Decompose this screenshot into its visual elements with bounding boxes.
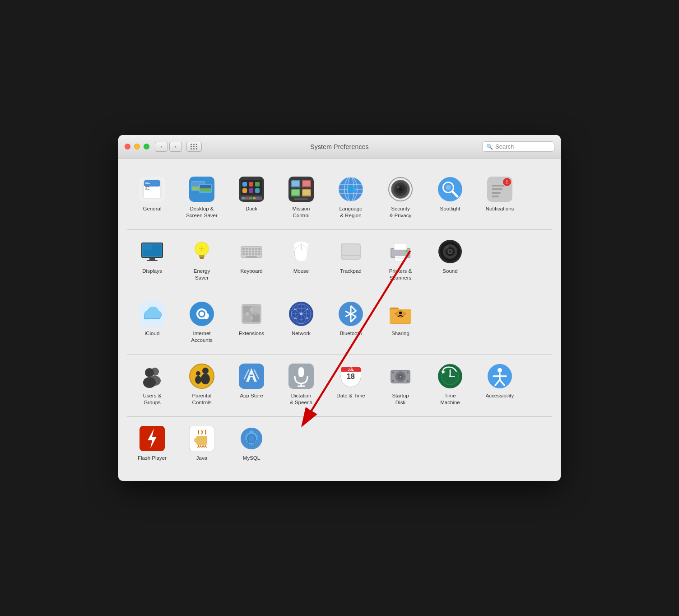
dock-icon bbox=[238, 176, 265, 203]
pref-language-region[interactable]: 🌐 Language& Region bbox=[326, 172, 376, 223]
pref-java[interactable]: JAVA Java bbox=[177, 421, 227, 465]
forward-button[interactable]: › bbox=[169, 142, 182, 152]
internet-section: iCloud InternetAccounts bbox=[127, 292, 552, 355]
datetime-label: Date & Time bbox=[336, 392, 365, 399]
svg-rect-98 bbox=[252, 251, 254, 252]
svg-point-190 bbox=[195, 376, 201, 384]
svg-text:18: 18 bbox=[347, 373, 355, 380]
svg-rect-30 bbox=[242, 188, 247, 193]
appstore-label: App Store bbox=[240, 392, 263, 399]
svg-rect-14 bbox=[195, 194, 201, 195]
svg-point-224 bbox=[449, 375, 451, 377]
svg-text:JUL: JUL bbox=[348, 368, 354, 371]
trackpad-label: Trackpad bbox=[340, 268, 362, 275]
accessibility-icon bbox=[486, 363, 513, 390]
pref-notifications[interactable]: ! Notifications bbox=[475, 172, 525, 223]
svg-rect-76 bbox=[147, 260, 158, 261]
icloud-label: iCloud bbox=[145, 330, 160, 337]
internet-icon bbox=[188, 300, 215, 327]
notifications-label: Notifications bbox=[486, 205, 514, 212]
svg-rect-99 bbox=[255, 251, 257, 252]
timemachine-icon bbox=[437, 363, 464, 390]
minimize-button[interactable] bbox=[134, 144, 140, 149]
maximize-button[interactable] bbox=[144, 144, 149, 149]
bluetooth-label: Bluetooth bbox=[340, 330, 362, 337]
svg-rect-197 bbox=[298, 367, 304, 377]
startup-icon bbox=[387, 363, 414, 390]
pref-network[interactable]: Network bbox=[276, 297, 326, 347]
mission-icon bbox=[288, 176, 315, 203]
trackpad-icon bbox=[337, 238, 364, 265]
pref-bluetooth[interactable]: Bluetooth bbox=[326, 297, 376, 347]
svg-rect-69 bbox=[492, 188, 502, 190]
extensions-label: Extensions bbox=[239, 330, 264, 337]
svg-point-216 bbox=[392, 380, 394, 382]
svg-point-184 bbox=[145, 368, 154, 377]
svg-point-153 bbox=[254, 312, 257, 316]
close-button[interactable] bbox=[125, 144, 130, 149]
flash-icon bbox=[139, 425, 166, 452]
titlebar: ‹ › System Preferences 🔍 bbox=[118, 135, 561, 159]
pref-mysql[interactable]: MySQL bbox=[227, 421, 276, 465]
pref-energy-saver[interactable]: EnergySaver bbox=[177, 234, 227, 285]
internet-label: InternetAccounts bbox=[191, 330, 212, 344]
svg-rect-90 bbox=[246, 248, 248, 250]
pref-sharing[interactable]: Sharing bbox=[376, 297, 425, 347]
svg-rect-42 bbox=[294, 198, 308, 200]
pref-spotlight[interactable]: Spotlight bbox=[425, 172, 475, 223]
system-preferences-window: ‹ › System Preferences 🔍 bbox=[118, 135, 561, 481]
pref-general[interactable]: File New... Ope... General bbox=[127, 172, 177, 223]
svg-rect-35 bbox=[292, 181, 299, 186]
svg-rect-82 bbox=[199, 255, 205, 257]
pref-displays[interactable]: Displays bbox=[127, 234, 177, 285]
language-label: Language& Region bbox=[339, 205, 362, 219]
printers-label: Printers &Scanners bbox=[389, 268, 412, 281]
svg-point-151 bbox=[250, 308, 253, 312]
svg-point-188 bbox=[201, 373, 210, 384]
pref-internet-accounts[interactable]: InternetAccounts bbox=[177, 297, 227, 347]
pref-sound[interactable]: Sound bbox=[425, 234, 475, 285]
svg-rect-141 bbox=[144, 313, 160, 318]
pref-users-groups[interactable]: Users &Groups bbox=[127, 359, 177, 410]
java-label: Java bbox=[196, 455, 207, 462]
keyboard-icon bbox=[238, 238, 265, 265]
pref-keyboard[interactable]: Keyboard bbox=[227, 234, 276, 285]
svg-rect-83 bbox=[200, 257, 204, 258]
svg-rect-84 bbox=[200, 258, 204, 259]
traffic-lights bbox=[125, 144, 149, 149]
pref-app-store[interactable]: App Store bbox=[227, 359, 276, 410]
pref-mouse[interactable]: Mouse bbox=[276, 234, 326, 285]
svg-point-187 bbox=[202, 368, 209, 374]
pref-mission-control[interactable]: MissionControl bbox=[276, 172, 326, 223]
pref-startup-disk[interactable]: StartupDisk bbox=[376, 359, 425, 410]
svg-rect-101 bbox=[242, 253, 245, 255]
pref-desktop-screensaver[interactable]: Desktop &Screen Saver bbox=[177, 172, 227, 223]
pref-trackpad[interactable]: Trackpad bbox=[326, 234, 376, 285]
svg-rect-120 bbox=[394, 243, 407, 250]
desktop-icon bbox=[188, 176, 215, 203]
back-button[interactable]: ‹ bbox=[155, 142, 167, 152]
pref-time-machine[interactable]: TimeMachine bbox=[425, 359, 475, 410]
svg-text:Ope...: Ope... bbox=[145, 188, 151, 191]
svg-text:!: ! bbox=[506, 180, 507, 185]
keyboard-label: Keyboard bbox=[240, 268, 262, 275]
svg-point-56 bbox=[397, 186, 400, 188]
search-input[interactable] bbox=[495, 143, 550, 150]
pref-dictation-speech[interactable]: Dictation& Speech bbox=[276, 359, 326, 410]
nav-buttons: ‹ › bbox=[155, 142, 202, 152]
pref-extensions[interactable]: Extensions bbox=[227, 297, 276, 347]
pref-parental-controls[interactable]: ParentalControls bbox=[177, 359, 227, 410]
search-box[interactable]: 🔍 bbox=[482, 141, 554, 152]
pref-flash-player[interactable]: Flash Player bbox=[127, 421, 177, 465]
pref-accessibility[interactable]: Accessibility bbox=[475, 359, 525, 410]
bluetooth-icon bbox=[337, 300, 364, 327]
pref-printers-scanners[interactable]: Printers &Scanners bbox=[376, 234, 425, 285]
pref-dock[interactable]: Dock bbox=[227, 172, 276, 223]
svg-point-217 bbox=[407, 380, 409, 382]
pref-security-privacy[interactable]: Security& Privacy bbox=[376, 172, 425, 223]
grid-button[interactable] bbox=[186, 142, 202, 152]
pref-date-time[interactable]: 18 JUL 12 Date & Time bbox=[326, 359, 376, 410]
pref-icloud[interactable]: iCloud bbox=[127, 297, 177, 347]
parental-label: ParentalControls bbox=[192, 392, 212, 406]
svg-rect-104 bbox=[252, 253, 254, 255]
